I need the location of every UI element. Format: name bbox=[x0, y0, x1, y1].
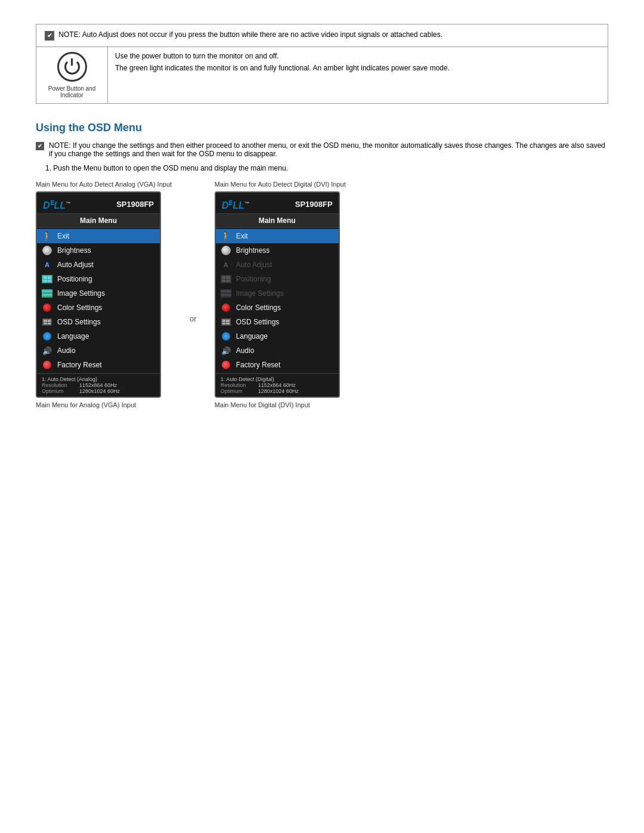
analog-osd-screen: DᴇLL™ SP1908FP Main Menu 🚶 Exit Brightne… bbox=[36, 191, 161, 398]
language-icon bbox=[41, 331, 54, 342]
dvi-exit-icon: 🚶 bbox=[219, 231, 233, 241]
power-desc1: Use the power button to turn the monitor… bbox=[115, 52, 600, 60]
section-title: Using the OSD Menu bbox=[36, 122, 608, 134]
section-note-text: NOTE: If you change the settings and the… bbox=[49, 141, 608, 158]
dvi-positioning-label: Positioning bbox=[236, 275, 271, 283]
dvi-positioning-icon bbox=[219, 274, 233, 284]
power-desc-cell: Use the power button to turn the monitor… bbox=[108, 47, 608, 104]
osd-settings-icon bbox=[41, 317, 54, 327]
dvi-res-val: 1152x864 60Hz bbox=[258, 382, 296, 388]
dvi-res-label: Resolution bbox=[221, 382, 253, 388]
osd-section: Using the OSD Menu ✔ NOTE: If you change… bbox=[36, 122, 608, 408]
analog-item-factory-reset: Factory Reset bbox=[37, 358, 160, 372]
analog-osd-title: Main Menu bbox=[37, 213, 160, 228]
dvi-color-label: Color Settings bbox=[236, 304, 281, 312]
analog-optimum-row: Optimum 1280x1024 60Hz bbox=[42, 388, 155, 394]
power-desc2: The green light indicates the monitor is… bbox=[115, 64, 600, 72]
analog-footer: 1: Auto Detect (Analog) Resolution 1152x… bbox=[37, 373, 160, 397]
dvi-item-factory-reset: Factory Reset bbox=[216, 358, 339, 372]
analog-item-positioning: Positioning bbox=[37, 272, 160, 286]
analog-item-brightness: Brightness bbox=[37, 243, 160, 258]
analog-res-label: Resolution bbox=[42, 382, 75, 388]
image-settings-icon bbox=[41, 288, 54, 299]
section-note: ✔ NOTE: If you change the settings and t… bbox=[36, 141, 608, 158]
analog-opt-label: Optimum bbox=[42, 388, 75, 394]
dvi-optimum-row: Optimum 1280x1024 60Hz bbox=[221, 388, 334, 394]
or-label: or bbox=[190, 314, 197, 323]
dvi-image-icon bbox=[219, 288, 233, 299]
top-note-table: ✔ NOTE: Auto Adjust does not occur if yo… bbox=[36, 24, 608, 104]
dvi-osd-label: OSD Settings bbox=[236, 318, 280, 326]
analog-brightness-label: Brightness bbox=[57, 246, 91, 255]
dvi-audio-icon: 🔊 bbox=[219, 345, 233, 356]
analog-opt-val: 1280x1024 60Hz bbox=[79, 388, 120, 394]
dvi-lang-icon bbox=[219, 331, 233, 342]
dvi-opt-label: Optimum bbox=[221, 388, 253, 394]
analog-res-val: 1152x864 60Hz bbox=[79, 382, 117, 388]
analog-language-label: Language bbox=[57, 332, 89, 340]
analog-exit-label: Exit bbox=[57, 232, 69, 240]
dvi-factory-icon bbox=[219, 360, 233, 370]
exit-icon: 🚶 bbox=[41, 231, 54, 241]
analog-item-language: Language bbox=[37, 329, 160, 343]
dvi-osd-header: DᴇLL™ SP1908FP bbox=[216, 193, 339, 213]
analog-caption-bottom: Main Menu for Analog (VGA) Input bbox=[36, 401, 136, 408]
dvi-caption-bottom: Main Menu for Digital (DVI) Input bbox=[215, 401, 310, 408]
dvi-dell-logo: DᴇLL™ bbox=[222, 197, 249, 211]
dvi-item-osd-settings: OSD Settings bbox=[216, 315, 339, 329]
analog-menu-items: 🚶 Exit Brightness A Auto Adjust bbox=[37, 228, 160, 373]
dvi-image-label: Image Settings bbox=[236, 289, 284, 298]
dvi-item-language: Language bbox=[216, 329, 339, 343]
analog-menu-column: Main Menu for Auto Detect Analog (VGA) I… bbox=[36, 181, 172, 408]
dvi-footer: 1: Auto Detect (Digital) Resolution 1152… bbox=[216, 373, 339, 397]
dvi-item-brightness: Brightness bbox=[216, 243, 339, 258]
analog-audio-label: Audio bbox=[57, 346, 76, 355]
dvi-osd-screen: DᴇLL™ SP1908FP Main Menu 🚶 Exit Brightne… bbox=[215, 191, 340, 398]
analog-positioning-label: Positioning bbox=[57, 275, 92, 283]
brightness-icon bbox=[41, 245, 54, 256]
top-note-text: NOTE: Auto Adjust does not occur if you … bbox=[58, 30, 442, 39]
analog-model-name: SP1908FP bbox=[116, 200, 154, 209]
analog-resolution-row: Resolution 1152x864 60Hz bbox=[42, 382, 155, 388]
power-icon bbox=[57, 52, 87, 82]
positioning-icon bbox=[41, 274, 54, 284]
power-label: Power Button and Indicator bbox=[44, 85, 100, 98]
dvi-item-audio: 🔊 Audio bbox=[216, 343, 339, 358]
dvi-menu-column: Main Menu for Auto Detect Digital (DVI) … bbox=[215, 181, 346, 408]
dvi-item-color-settings: Color Settings bbox=[216, 301, 339, 315]
dvi-opt-val: 1280x1024 60Hz bbox=[258, 388, 299, 394]
analog-item-osd-settings: OSD Settings bbox=[37, 315, 160, 329]
dvi-menu-items: 🚶 Exit Brightness A Auto Adjust bbox=[216, 228, 339, 373]
menus-row: Main Menu for Auto Detect Analog (VGA) I… bbox=[36, 181, 608, 408]
analog-osd-label: OSD Settings bbox=[57, 318, 101, 326]
audio-icon: 🔊 bbox=[41, 345, 54, 356]
dvi-item-exit: 🚶 Exit bbox=[216, 229, 339, 243]
dvi-osd-icon bbox=[219, 317, 233, 327]
auto-adjust-icon: A bbox=[41, 259, 54, 270]
dvi-item-positioning: Positioning bbox=[216, 272, 339, 286]
dvi-resolution-row: Resolution 1152x864 60Hz bbox=[221, 382, 334, 388]
analog-caption-top: Main Menu for Auto Detect Analog (VGA) I… bbox=[36, 181, 172, 188]
analog-item-audio: 🔊 Audio bbox=[37, 343, 160, 358]
dvi-brightness-icon bbox=[219, 245, 233, 256]
step1-text: 1. Push the Menu button to open the OSD … bbox=[45, 164, 608, 172]
factory-reset-icon bbox=[41, 360, 54, 370]
analog-dell-logo: DᴇLL™ bbox=[43, 197, 70, 211]
dvi-caption-top: Main Menu for Auto Detect Digital (DVI) … bbox=[215, 181, 346, 188]
analog-detect: 1: Auto Detect (Analog) bbox=[42, 376, 155, 382]
dvi-brightness-label: Brightness bbox=[236, 246, 270, 255]
dvi-item-image-settings: Image Settings bbox=[216, 286, 339, 301]
dvi-model-name: SP1908FP bbox=[295, 200, 333, 209]
dvi-color-icon bbox=[219, 302, 233, 313]
note-icon: ✔ bbox=[45, 31, 54, 41]
note-square-icon: ✔ bbox=[36, 142, 44, 150]
analog-factory-label: Factory Reset bbox=[57, 361, 102, 369]
dvi-factory-label: Factory Reset bbox=[236, 361, 281, 369]
analog-item-color-settings: Color Settings bbox=[37, 301, 160, 315]
analog-item-exit: 🚶 Exit bbox=[37, 229, 160, 243]
analog-item-image-settings: Image Settings bbox=[37, 286, 160, 301]
dvi-audio-label: Audio bbox=[236, 346, 255, 355]
dvi-detect: 1: Auto Detect (Digital) bbox=[221, 376, 334, 382]
power-icon-cell: Power Button and Indicator bbox=[36, 47, 108, 104]
dvi-auto-label: Auto Adjust bbox=[236, 261, 273, 269]
